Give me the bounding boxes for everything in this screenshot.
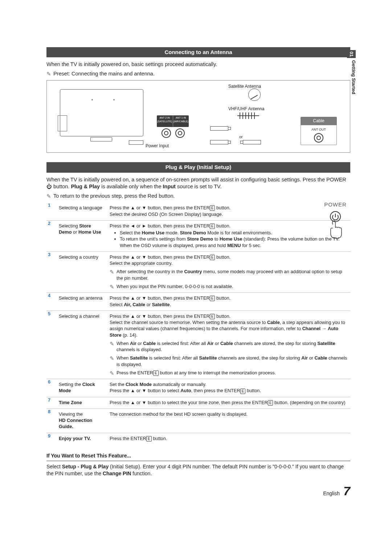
step-title: Viewing the HD Connection Guide.	[57, 408, 108, 433]
note-icon: ✎	[110, 356, 114, 361]
note-icon: ✎	[46, 71, 51, 77]
enter-icon: E	[210, 314, 215, 319]
power-label: POWER	[319, 201, 352, 208]
steps-table: 1 Selecting a language POWER Press the ▲…	[46, 202, 350, 444]
step-body: Press the ▲ or ▼ button, then press the …	[108, 311, 350, 379]
cable-box-header: Cable	[301, 117, 337, 125]
step-body: The connection method for the best HD sc…	[108, 408, 350, 433]
enter-icon: E	[268, 400, 273, 406]
vhf-antenna-icon	[237, 112, 259, 119]
tv-back-panel	[60, 89, 143, 136]
preset-text: Preset: Connecting the mains and antenna…	[53, 70, 155, 78]
coax-connector-3-icon	[243, 140, 261, 144]
page-footer: English 7	[46, 483, 350, 500]
step-row: 1 Selecting a language POWER Press the ▲…	[46, 202, 350, 220]
antenna-diagram: ANT 2 IN (SATELLITE) ANT 1 IN (AIR/CABLE…	[46, 80, 350, 153]
section-connecting-antenna-header: Connecting to an Antenna	[46, 47, 350, 57]
note-icon: ✎	[110, 370, 114, 376]
enter-icon: E	[210, 223, 215, 229]
step-number: 9	[46, 433, 57, 444]
ant1-port-label: ANT 1 IN (AIR/CABLE)	[173, 115, 189, 127]
coax-connector-1-icon	[210, 126, 228, 131]
step-number: 7	[46, 397, 57, 408]
return-note: ✎ To return to the previous step, press …	[46, 193, 350, 200]
step-number: 5	[46, 311, 57, 379]
enter-icon: E	[240, 389, 246, 394]
cable-box: Cable ANT OUT	[301, 117, 337, 145]
reset-body: Select Setup - Plug & Play (Initial Setu…	[46, 461, 350, 477]
step-title: Time Zone	[57, 397, 108, 408]
step-title: Selecting an antenna	[57, 293, 108, 311]
step-body: Set the Clock Mode automatically or manu…	[108, 379, 350, 397]
coax-connector-2-icon	[210, 140, 228, 144]
enter-icon: E	[210, 255, 215, 260]
step-row: 8 Viewing the HD Connection Guide. The c…	[46, 408, 350, 433]
note-icon: ✎	[110, 341, 114, 346]
step-number: 6	[46, 379, 57, 397]
step-row: 5 Selecting a channel Press the ▲ or ▼ b…	[46, 311, 350, 379]
step-row: 4 Selecting an antenna Press the ▲ or ▼ …	[46, 293, 350, 311]
preset-note: ✎ Preset: Connecting the mains and anten…	[46, 70, 350, 78]
reset-heading: If You Want to Reset This Feature...	[46, 452, 350, 459]
step-title: Selecting Store Demo or Home Use	[57, 220, 108, 251]
step-row: 7 Time Zone Press the ▲ or ▼ button to s…	[46, 397, 350, 408]
ant-out-label: ANT OUT	[303, 127, 334, 132]
page-number: 7	[343, 483, 350, 500]
step-title: Enjoy your TV.	[57, 433, 108, 444]
note-icon: ✎	[46, 193, 51, 199]
section-plug-play-header: Plug & Play (Initial Setup)	[46, 162, 350, 172]
step-title: Selecting a channel	[57, 311, 108, 379]
note-icon: ✎	[110, 284, 114, 290]
step-body: Press the ▲ or ▼ button, then press the …	[108, 293, 350, 311]
step-title: Setting the Clock Mode	[57, 379, 108, 397]
enter-icon: E	[210, 205, 215, 211]
power-input-label: Power Input	[146, 143, 169, 149]
step-number: 4	[46, 293, 57, 311]
step-body: Press the ▲ or ▼ button to select the yo…	[108, 397, 350, 408]
step-row: 2 Selecting Store Demo or Home Use Press…	[46, 220, 350, 251]
coax-2-icon	[175, 128, 185, 138]
or-label: or	[239, 134, 243, 140]
step-number: 1	[46, 202, 57, 220]
page-content: Connecting to an Antenna When the TV is …	[0, 0, 392, 514]
section2-intro: When the TV is initially powered on, a s…	[46, 176, 350, 190]
power-icon: ⏻	[46, 184, 52, 189]
note-icon: ✎	[110, 269, 114, 275]
step-body: Press the ▲ or ▼ button, then press the …	[108, 251, 350, 292]
chapter-label: Getting Started	[350, 58, 357, 94]
return-note-text: To return to the previous step, press th…	[53, 193, 175, 200]
step-title: Selecting a country	[57, 251, 108, 292]
step-number: 2	[46, 220, 57, 251]
step-number: 3	[46, 251, 57, 292]
step-body: Press the ◄ or ► button, then press the …	[108, 220, 350, 251]
step-row: 3 Selecting a country Press the ▲ or ▼ b…	[46, 251, 350, 292]
ant2-port-label: ANT 2 IN (SATELLITE)	[157, 115, 173, 127]
footer-language: English	[323, 490, 340, 497]
enter-icon: E	[210, 296, 215, 301]
enter-icon: E	[153, 370, 159, 376]
coax-1-icon	[162, 128, 171, 138]
tv-stand	[90, 137, 112, 141]
step-row: 9 Enjoy your TV. Press the ENTERE button…	[46, 433, 350, 444]
step-row: 6 Setting the Clock Mode Set the Clock M…	[46, 379, 350, 397]
step-title: Selecting a language	[57, 202, 108, 220]
power-cable-icon	[129, 140, 143, 145]
section1-intro: When the TV is initially powered on, bas…	[46, 61, 350, 68]
enter-icon: E	[146, 436, 152, 442]
step-number: 8	[46, 408, 57, 433]
step-body: POWER Press the ▲ or ▼ button, then pres…	[108, 202, 350, 220]
antenna-ports: ANT 2 IN (SATELLITE) ANT 1 IN (AIR/CABLE…	[157, 115, 189, 127]
chapter-number: 01	[347, 50, 356, 58]
step-body: Press the ENTERE button.	[108, 433, 350, 444]
power-plug-icon	[58, 115, 67, 131]
vhf-uhf-label: VHF/UHF Antenna	[228, 106, 264, 112]
satellite-dish-icon	[248, 89, 261, 101]
ant-out-coax-icon	[314, 133, 323, 143]
